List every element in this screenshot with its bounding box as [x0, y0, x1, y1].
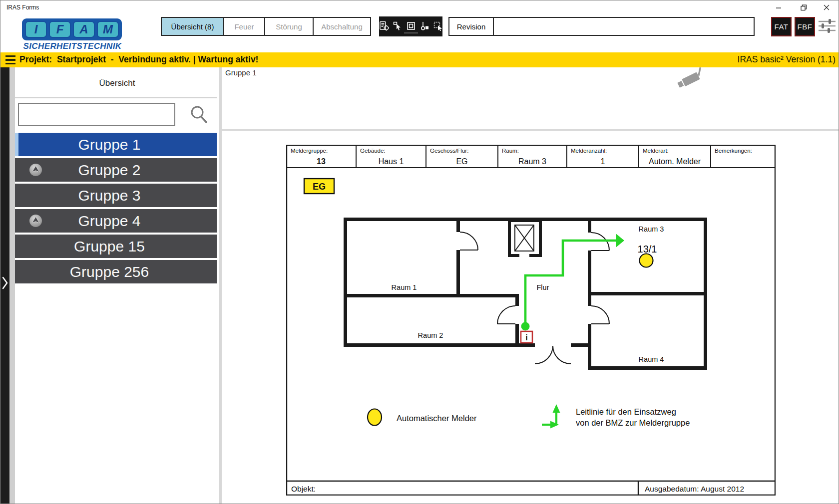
corridor-label: Flur — [537, 283, 549, 291]
minimize-button[interactable] — [769, 0, 789, 14]
group-item-gruppe-15[interactable]: Gruppe 15 — [15, 235, 217, 258]
search-icon[interactable] — [190, 105, 209, 124]
settings-sliders-icon[interactable] — [819, 18, 836, 33]
table-value: Raum 3 — [518, 157, 546, 166]
fat-button[interactable]: FAT — [771, 17, 792, 36]
project-status-bar: Projekt: Startprojekt - Verbindung aktiv… — [0, 52, 839, 67]
group-item-gruppe-2[interactable]: Gruppe 2 — [15, 158, 217, 182]
restore-icon — [801, 4, 807, 11]
logo-letter-tile: A — [73, 21, 95, 38]
version-text: IRAS basic² Version (1.1) — [738, 54, 836, 65]
table-value: 13 — [317, 157, 326, 166]
menu-hamburger-icon[interactable] — [5, 55, 15, 64]
room-label-raum2: Raum 2 — [418, 331, 443, 339]
pointer-frame-icon[interactable] — [393, 21, 403, 31]
table-label: Gebäude: — [360, 148, 386, 154]
elevator-shaft — [509, 221, 540, 258]
logo-letter-tile: M — [97, 21, 119, 38]
selected-accent — [15, 133, 18, 156]
logo-subtitle: SICHERHEITSTECHNIK — [22, 41, 122, 51]
floor-badge: EG — [304, 179, 334, 194]
report-target-icon[interactable] — [379, 21, 389, 31]
toolbar-drag-handle[interactable] — [404, 32, 418, 33]
group-label: Gruppe 256 — [70, 263, 149, 280]
detector-id-label: 13/1 — [638, 244, 657, 254]
group-label: Gruppe 4 — [78, 213, 140, 230]
group-label: Gruppe 2 — [78, 162, 140, 179]
floating-toolbar — [379, 16, 442, 36]
titlebar: IRAS Forms — [0, 0, 839, 14]
tab-label: Revision — [457, 22, 486, 31]
table-label: Melderanzahl: — [571, 148, 607, 154]
close-icon — [824, 4, 830, 10]
legend-detector-label: Automatischer Melder — [397, 414, 477, 423]
route-start-dot — [521, 322, 530, 331]
camera-icon[interactable] — [676, 63, 708, 91]
tab-feuer[interactable]: Feuer — [223, 17, 265, 36]
legend-route-line2: von der BMZ zur Meldergruppe — [576, 418, 690, 427]
fbf-button[interactable]: FBF — [795, 17, 815, 36]
table-label: Geschoss/Flur: — [430, 148, 468, 154]
tab-abschaltung[interactable]: Abschaltung — [313, 17, 371, 36]
group-item-gruppe-3[interactable]: Gruppe 3 — [15, 184, 217, 207]
group-label: Gruppe 3 — [78, 187, 140, 204]
selected-group-title: Gruppe 1 — [225, 68, 257, 77]
expand-chevron-icon[interactable] — [1, 276, 8, 289]
minimize-icon — [776, 4, 782, 10]
alarm-arrow-badge-icon — [29, 163, 42, 177]
table-value: 1 — [601, 157, 605, 166]
pointer-select-icon[interactable] — [433, 21, 443, 31]
table-value: Autom. Melder — [649, 157, 701, 166]
iras-forms-window: IRAS Forms I F A M SICHERHEITSTECHNIK Üb… — [0, 0, 839, 504]
tab-uebersicht[interactable]: Übersicht (8) — [161, 17, 224, 36]
project-status-text: Projekt: Startprojekt - Verbindung aktiv… — [19, 54, 258, 65]
fat-label: FAT — [775, 22, 789, 31]
tab-label: Abschaltung — [321, 22, 363, 31]
frame-icon[interactable] — [406, 21, 416, 31]
tab-revision[interactable]: Revision — [448, 17, 494, 36]
table-label: Bemerkungen: — [715, 148, 752, 154]
toolbar-row: I F A M SICHERHEITSTECHNIK Übersicht (8)… — [0, 14, 839, 52]
alarm-arrow-badge-icon — [29, 214, 42, 228]
detector-symbol — [640, 254, 653, 267]
group-item-gruppe-256[interactable]: Gruppe 256 — [15, 260, 217, 283]
group-item-gruppe-1[interactable]: Gruppe 1 — [15, 133, 217, 156]
legend-detector-symbol — [368, 409, 382, 426]
logo-letter-tile: I — [25, 21, 47, 38]
table-label: Melderart: — [643, 148, 669, 154]
window-title: IRAS Forms — [6, 4, 39, 11]
logo-letter-tile: F — [49, 21, 71, 38]
table-label: Raum: — [502, 148, 519, 154]
sidebar-main-divider — [219, 67, 222, 504]
rail-gap — [9, 67, 15, 504]
sidebar-heading: Übersicht — [15, 78, 219, 88]
room-label-raum4: Raum 4 — [639, 355, 664, 363]
tab-label: Feuer — [234, 22, 254, 31]
footer-objekt: Objekt: — [291, 485, 316, 493]
footer-date: Ausgabedatum: August 2012 — [645, 485, 744, 493]
table-label: Meldergruppe: — [291, 148, 328, 154]
collapse-rail — [0, 67, 9, 504]
room-label-raum3: Raum 3 — [639, 225, 664, 233]
table-value: EG — [456, 157, 467, 166]
thermometer-icon[interactable] — [420, 21, 429, 31]
legend-route-line1: Leitlinie für den Einsatzweg — [576, 407, 676, 416]
group-search-input[interactable] — [18, 103, 175, 126]
group-label: Gruppe 1 — [78, 136, 140, 153]
floor-plan-document[interactable]: Meldergruppe: Gebäude: Geschoss/Flur: Ra… — [286, 145, 776, 496]
main-header-divider — [222, 129, 839, 131]
group-item-gruppe-4[interactable]: Gruppe 4 — [15, 209, 217, 233]
sidebar-divider — [15, 97, 217, 98]
maximize-button[interactable] — [794, 0, 814, 14]
svg-text:i: i — [525, 333, 527, 342]
room-label-raum1: Raum 1 — [392, 283, 417, 291]
group-label: Gruppe 15 — [74, 238, 145, 255]
tab-label: Störung — [276, 22, 302, 31]
tab-stoerung[interactable]: Störung — [264, 17, 314, 36]
svg-text:EG: EG — [313, 182, 326, 192]
info-marker[interactable]: i — [521, 331, 532, 343]
fbf-label: FBF — [798, 22, 813, 31]
group-sidebar: Übersicht Gruppe 1 Gruppe 2 Gruppe 3 — [15, 67, 219, 504]
table-value: Haus 1 — [379, 157, 404, 166]
close-button[interactable] — [817, 0, 837, 14]
